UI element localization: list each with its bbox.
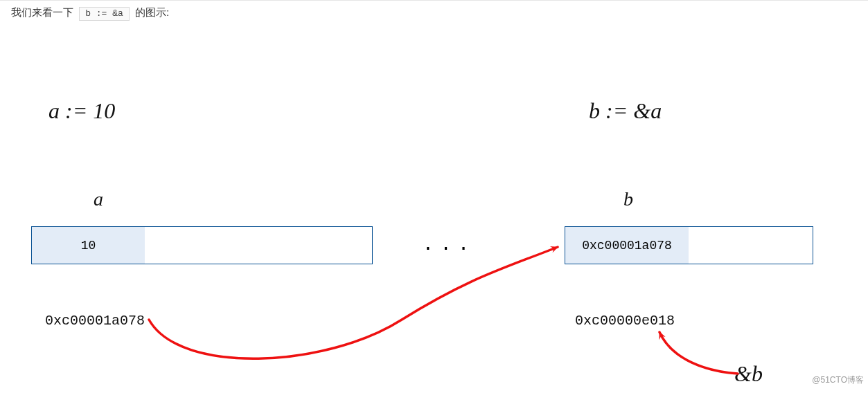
cell-b0: 0xc00001a078	[565, 226, 689, 264]
watermark: @51CTO博客	[812, 374, 864, 386]
arrows-svg	[0, 29, 868, 389]
intro-post: 的图示:	[135, 6, 169, 18]
address-a: 0xc00001a078	[45, 313, 145, 329]
cell-a0: 10	[31, 226, 145, 264]
pointer-diagram: a := 10 b := &a a b 10 ... 0xc00001a078 …	[0, 29, 868, 389]
cell-a0-value: 10	[32, 227, 145, 264]
intro-line: 我们来看一下 b := &a 的图示:	[0, 0, 868, 29]
label-b: b	[623, 188, 633, 210]
cell-a2	[258, 226, 373, 264]
amp-b-label: &b	[734, 361, 763, 387]
declaration-b: b := &a	[589, 98, 662, 124]
intro-pre: 我们来看一下	[11, 6, 73, 18]
address-b: 0xc00000e018	[575, 313, 675, 329]
cell-b0-value: 0xc00001a078	[565, 227, 689, 264]
ellipsis: ...	[423, 233, 476, 254]
cell-b1	[689, 226, 813, 264]
intro-code: b := &a	[79, 7, 130, 21]
arrow-amp-b	[659, 332, 738, 374]
label-a: a	[94, 188, 103, 210]
cell-a1	[145, 226, 259, 264]
declaration-a: a := 10	[48, 98, 115, 124]
